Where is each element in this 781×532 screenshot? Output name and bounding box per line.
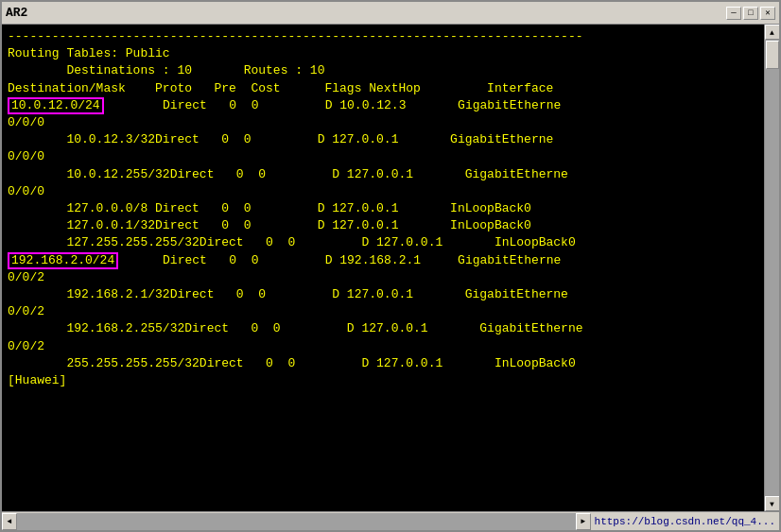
terminal-area: ----------------------------------------… — [2, 25, 779, 511]
dashed-line: ----------------------------------------… — [8, 28, 758, 45]
table-row: 127.0.0.1/32Direct 0 0 D 127.0.0.1 InLoo… — [8, 217, 758, 234]
routing-destinations: Destinations : 10 Routes : 10 — [8, 62, 758, 79]
table-row: 192.168.2.0/24 Direct 0 0 D 192.168.2.1 … — [8, 252, 758, 269]
table-row: 127.0.0.0/8 Direct 0 0 D 127.0.0.1 InLoo… — [8, 200, 758, 217]
table-row-cont: 0/0/2 — [8, 269, 758, 286]
window: AR2 — □ ✕ ------------------------------… — [0, 0, 781, 532]
window-controls: — □ ✕ — [726, 7, 775, 20]
bottom-bar: ◄ ► https://blog.csdn.net/qq_4... — [2, 511, 779, 530]
prompt: [Huawei] — [8, 372, 758, 389]
scroll-down-button[interactable]: ▼ — [765, 496, 780, 511]
table-row-cont: 0/0/0 — [8, 148, 758, 165]
scroll-left-button[interactable]: ◄ — [2, 513, 17, 530]
table-row-cont: 0/0/2 — [8, 303, 758, 320]
close-button[interactable]: ✕ — [760, 7, 775, 20]
routing-table: 10.0.12.0/24 Direct 0 0 D 10.0.12.3 Giga… — [8, 97, 758, 372]
vertical-scrollbar[interactable]: ▲ ▼ — [764, 25, 779, 511]
table-row-cont: 0/0/0 — [8, 114, 758, 131]
terminal-output[interactable]: ----------------------------------------… — [2, 25, 764, 511]
table-row: 192.168.2.255/32Direct 0 0 D 127.0.0.1 G… — [8, 320, 758, 337]
minimize-button[interactable]: — — [726, 7, 741, 20]
route-dest-highlight: 10.0.12.0/24 — [8, 97, 104, 114]
scroll-thumb[interactable] — [766, 41, 779, 69]
table-row: 127.255.255.255/32Direct 0 0 D 127.0.0.1… — [8, 234, 758, 251]
url-bar: https://blog.csdn.net/qq_4... — [591, 516, 779, 527]
table-row: 10.0.12.255/32Direct 0 0 D 127.0.0.1 Gig… — [8, 166, 758, 183]
routing-header: Routing Tables: Public — [8, 45, 758, 62]
h-scroll-track[interactable] — [17, 513, 576, 530]
route-dest-highlight: 192.168.2.0/24 — [8, 252, 118, 269]
table-row: 255.255.255.255/32Direct 0 0 D 127.0.0.1… — [8, 355, 758, 372]
scroll-up-button[interactable]: ▲ — [765, 25, 780, 40]
table-row: 192.168.2.1/32Direct 0 0 D 127.0.0.1 Gig… — [8, 286, 758, 303]
table-row: 10.0.12.3/32Direct 0 0 D 127.0.0.1 Gigab… — [8, 131, 758, 148]
scroll-track[interactable] — [765, 40, 780, 496]
table-row-cont: 0/0/0 — [8, 183, 758, 200]
scroll-right-button[interactable]: ► — [576, 513, 591, 530]
column-headers: Destination/Mask Proto Pre Cost Flags Ne… — [8, 80, 758, 97]
window-title: AR2 — [6, 6, 27, 20]
maximize-button[interactable]: □ — [743, 7, 758, 20]
title-bar: AR2 — □ ✕ — [2, 2, 779, 25]
table-row: 10.0.12.0/24 Direct 0 0 D 10.0.12.3 Giga… — [8, 97, 758, 114]
table-row-cont: 0/0/2 — [8, 338, 758, 355]
